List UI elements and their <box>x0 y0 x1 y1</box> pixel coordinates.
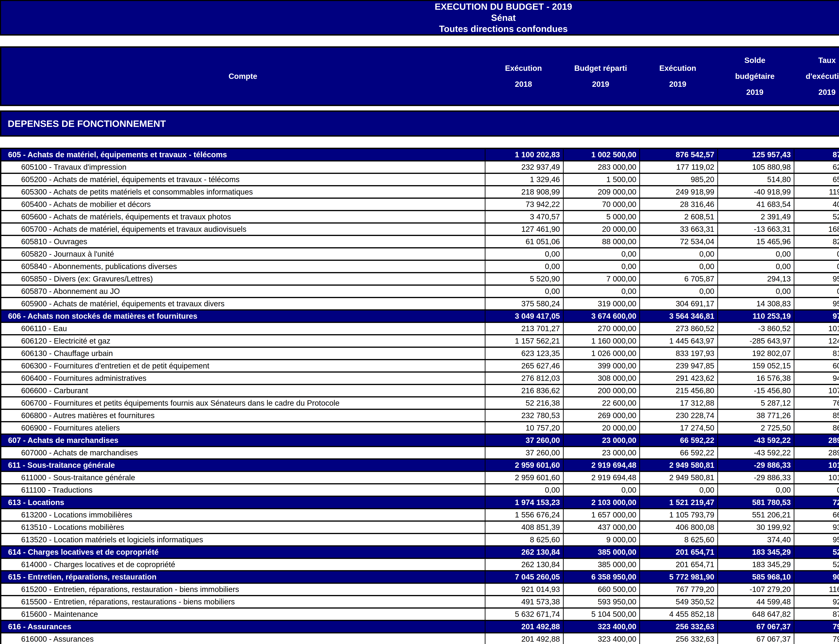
cell-taux2019: 66,73% <box>794 509 839 521</box>
cell-exec2019: 273 860,52 <box>640 322 718 335</box>
cell-solde2019: 30 199,92 <box>718 521 794 533</box>
column-header-solde2019: Soldebudgétaire2019 <box>717 48 793 105</box>
cell-budget2019: 1 160 000,00 <box>563 335 640 347</box>
cell-taux2019: 95,80% <box>794 273 839 285</box>
cell-solde2019: -40 918,99 <box>718 186 794 198</box>
cell-exec2019: 0,00 <box>640 248 718 260</box>
cell-solde2019: 125 957,43 <box>718 148 794 161</box>
cell-taux2019: 62,59% <box>794 161 839 173</box>
cell-exec2019: 833 197,93 <box>640 347 718 360</box>
cell-budget2019: 593 950,00 <box>563 595 640 608</box>
cell-exec2018: 265 627,46 <box>485 360 563 372</box>
cell-exec2019: 2 949 580,81 <box>640 471 718 484</box>
cell-exec2019: 3 564 346,81 <box>640 310 718 322</box>
cell-exec2019: 1 521 219,47 <box>640 496 718 509</box>
cell-exec2019: 239 947,85 <box>640 360 718 372</box>
cell-exec2019: 256 332,63 <box>640 620 718 633</box>
cell-solde2019: 514,80 <box>718 173 794 186</box>
cell-compte: 605810 - Ouvrages <box>1 235 485 248</box>
cell-compte: 611100 - Traductions <box>1 484 485 496</box>
cell-exec2018: 0,00 <box>485 248 563 260</box>
cell-solde2019: 15 465,96 <box>718 235 794 248</box>
cell-taux2019: 289,53% <box>794 434 839 447</box>
cell-budget2019: 3 674 600,00 <box>563 310 640 322</box>
cell-taux2019: 79,26% <box>794 633 839 644</box>
cell-solde2019: 585 968,10 <box>718 571 794 583</box>
cell-exec2018: 37 260,00 <box>485 434 563 447</box>
cell-exec2018: 61 051,06 <box>485 235 563 248</box>
column-header-line: Budget réparti <box>574 60 627 76</box>
account-row-616000: 616000 - Assurances201 492,88323 400,002… <box>1 633 839 644</box>
report-page: EXECUTION DU BUDGET - 2019 Sénat Toutes … <box>0 0 839 644</box>
cell-exec2019: 876 542,57 <box>640 148 718 161</box>
cell-solde2019: 0,00 <box>718 260 794 273</box>
cell-exec2019: 66 592,22 <box>640 434 718 447</box>
category-row-611: 611 - Sous-traitance générale2 959 601,6… <box>1 459 839 471</box>
cell-solde2019: 67 067,37 <box>718 633 794 644</box>
column-header-line: budgétaire <box>735 68 775 84</box>
cell-taux2019: 119,58% <box>794 186 839 198</box>
cell-solde2019: 551 206,21 <box>718 509 794 521</box>
cell-compte: 616000 - Assurances <box>1 633 485 644</box>
cell-exec2019: 0,00 <box>640 260 718 273</box>
cell-exec2018: 262 130,84 <box>485 546 563 558</box>
column-header-line: 2018 <box>515 76 532 92</box>
cell-compte: 605200 - Achats de matériel, équipements… <box>1 173 485 186</box>
cell-compte: 611 - Sous-traitance générale <box>1 459 485 471</box>
cell-exec2019: 201 654,71 <box>640 558 718 571</box>
cell-compte: 605850 - Divers (ex: Gravures/Lettres) <box>1 273 485 285</box>
cell-compte: 606900 - Fournitures ateliers <box>1 422 485 434</box>
cell-budget2019: 269 000,00 <box>563 409 640 422</box>
account-row-605840: 605840 - Abonnements, publications diver… <box>1 260 839 273</box>
cell-exec2018: 5 632 671,74 <box>485 608 563 620</box>
cell-taux2019: 81,21% <box>794 347 839 360</box>
cell-compte: 606120 - Electricité et gaz <box>1 335 485 347</box>
report-subtitle-scope: Toutes directions confondues <box>439 23 568 34</box>
column-header-line: Solde <box>744 53 765 68</box>
cell-exec2018: 232 937,49 <box>485 161 563 173</box>
column-header-line: Exécution <box>659 60 696 76</box>
cell-solde2019: -43 592,22 <box>718 447 794 459</box>
account-row-606900: 606900 - Fournitures ateliers10 757,2020… <box>1 422 839 434</box>
cell-exec2018: 1 329,46 <box>485 173 563 186</box>
cell-budget2019: 20 000,00 <box>563 223 640 235</box>
cell-budget2019: 2 919 694,48 <box>563 471 640 484</box>
cell-exec2018: 3 470,57 <box>485 210 563 223</box>
cell-budget2019: 437 000,00 <box>563 521 640 533</box>
cell-compte: 605900 - Achats de matériel, équipements… <box>1 297 485 310</box>
cell-taux2019: 94,62% <box>794 372 839 384</box>
cell-solde2019: 581 780,53 <box>718 496 794 509</box>
account-row-611000: 611000 - Sous-traitance générale2 959 60… <box>1 471 839 484</box>
cell-solde2019: 67 067,37 <box>718 620 794 633</box>
cell-taux2019: 289,53% <box>794 447 839 459</box>
cell-taux2019: 85,59% <box>794 409 839 422</box>
report-subtitle-entity: Sénat <box>491 12 516 23</box>
cell-compte: 606300 - Fournitures d'entretien et de p… <box>1 360 485 372</box>
column-header-line: 2019 <box>818 84 836 100</box>
cell-exec2019: 256 332,63 <box>640 633 718 644</box>
cell-solde2019: 648 647,82 <box>718 608 794 620</box>
cell-exec2018: 10 757,20 <box>485 422 563 434</box>
section-header-label: DEPENSES DE FONCTIONNEMENT <box>8 118 166 129</box>
cell-compte: 605 - Achats de matériel, équipements et… <box>1 148 485 161</box>
cell-budget2019: 5 000,00 <box>563 210 640 223</box>
cell-solde2019: 0,00 <box>718 248 794 260</box>
cell-budget2019: 0,00 <box>563 260 640 273</box>
cell-solde2019: -15 456,80 <box>718 384 794 397</box>
cell-exec2018: 73 942,22 <box>485 198 563 210</box>
cell-taux2019: 92,49% <box>794 595 839 608</box>
cell-taux2019: 79,26% <box>794 620 839 633</box>
cell-taux2019: 168,32% <box>794 223 839 235</box>
cell-exec2019: 0,00 <box>640 484 718 496</box>
cell-taux2019: 97,00% <box>794 310 839 322</box>
cell-budget2019: 6 358 950,00 <box>563 571 640 583</box>
account-row-606700: 606700 - Fournitures et petits équipemen… <box>1 397 839 409</box>
cell-exec2018: 3 049 417,05 <box>485 310 563 322</box>
cell-budget2019: 23 000,00 <box>563 447 640 459</box>
cell-exec2018: 7 045 260,05 <box>485 571 563 583</box>
cell-exec2019: 2 608,51 <box>640 210 718 223</box>
account-row-606400: 606400 - Fournitures administratives276 … <box>1 372 839 384</box>
cell-exec2019: 767 779,20 <box>640 583 718 595</box>
cell-budget2019: 23 000,00 <box>563 434 640 447</box>
cell-taux2019: 40,45% <box>794 198 839 210</box>
